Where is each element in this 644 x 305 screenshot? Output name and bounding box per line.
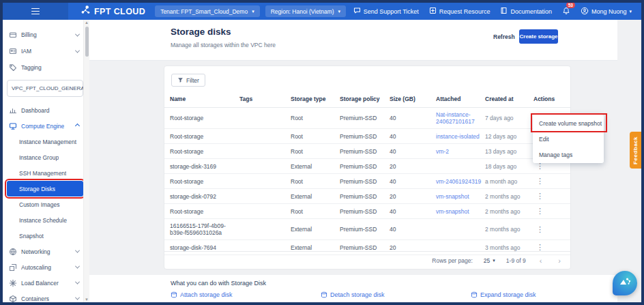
sidebar-item-ssh-management[interactable]: SSH Management xyxy=(7,165,83,181)
actions-cell: ⋮ xyxy=(533,189,570,204)
footer-link-label: Attach storage disk xyxy=(180,291,233,298)
chevron-down-icon xyxy=(75,48,80,53)
menu-item-edit[interactable]: Edit xyxy=(533,131,604,147)
sidebar-item-networking[interactable]: Networking xyxy=(7,244,83,259)
dashboard-icon xyxy=(9,106,17,115)
sidebar-item-dashboard[interactable]: Dashboard xyxy=(7,102,83,118)
sidebar-item-label: Dashboard xyxy=(21,107,50,114)
user-menu[interactable]: Mong Nuong ▾ xyxy=(581,7,632,16)
tags-cell xyxy=(239,219,291,240)
attached-instance-link[interactable]: Nat-instance-240627101617 xyxy=(436,111,475,125)
table-row: storage-disk-0792ExternalPremium-SSD20vm… xyxy=(164,189,570,204)
topbar-link-documentation[interactable]: Documentation xyxy=(500,7,552,16)
table-row: Root-storageRootPremium-SSD40vm-213 days… xyxy=(164,144,570,159)
table-row: Root-storageRootPremium-SSD40vm-24061924… xyxy=(164,174,570,189)
screen: FPT CLOUD Tenant: FPT_Smart_Cloud_Demo ▾… xyxy=(3,3,641,302)
iam-icon xyxy=(9,47,17,55)
filter-button[interactable]: Filter xyxy=(171,74,205,87)
pagination-bar: Rows per page: 25 ▾ 1-9 of 9 ‹ › xyxy=(164,251,570,269)
sidebar-item-instance-schedule[interactable]: Instance Schedule xyxy=(7,212,83,228)
sidebar-item-tagging[interactable]: Tagging xyxy=(7,59,83,76)
attached-instance-link[interactable]: vm-snapshot xyxy=(436,193,469,200)
sidebar-item-label: Snapshot xyxy=(19,233,44,239)
chevron-down-icon xyxy=(75,31,80,36)
attached-instance-link[interactable]: vm-24061924319 xyxy=(436,178,481,185)
sidebar-item-label: Networking xyxy=(21,248,50,255)
sidebar-item-iam[interactable]: IAM xyxy=(7,43,83,59)
support-ticket-icon xyxy=(353,7,361,16)
attached-instance-link[interactable]: vm-2 xyxy=(436,148,449,155)
hamburger-menu-button[interactable] xyxy=(3,3,68,20)
table-row: Root-storageRootPremium-SSD40instance-is… xyxy=(164,129,570,144)
sidebar-item-snapshot[interactable]: Snapshot xyxy=(7,228,83,244)
scroll-up-arrow-icon[interactable]: ▲ xyxy=(85,20,89,25)
sidebar-item-autoscaling[interactable]: Autoscaling xyxy=(7,259,83,275)
fpt-cloud-logo[interactable]: FPT CLOUD xyxy=(80,5,145,18)
storage-policy-cell: Premium-SSD xyxy=(340,189,390,204)
tags-cell xyxy=(239,174,291,189)
table-row: Root-storageRootPremium-SSD40Nat-instanc… xyxy=(164,108,570,129)
chevron-down-icon: ▾ xyxy=(629,9,632,14)
sidebar-item-custom-images[interactable]: Custom Images xyxy=(7,197,83,212)
compute-engine-icon xyxy=(9,122,17,130)
row-actions-kebab-button[interactable]: ⋮ xyxy=(533,177,546,185)
footer-link-attach-storage-disk[interactable]: Attach storage disk xyxy=(171,291,233,298)
scrollbar-thumb[interactable] xyxy=(85,27,89,57)
sidebar-item-billing[interactable]: Billing xyxy=(7,27,83,43)
attached-cell: vm-snapshot xyxy=(436,204,485,219)
rows-per-page-select[interactable]: 25 ▾ xyxy=(484,257,495,264)
sidebar-item-containers[interactable]: Containers xyxy=(7,291,83,302)
region-selector[interactable]: Region: Hanoi (Vietnam) ▾ xyxy=(265,5,346,17)
chevron-down-icon: ▾ xyxy=(493,258,495,263)
sidebar-item-instance-group[interactable]: Instance Group xyxy=(7,149,83,165)
table-row: storage-disk-3169ExternalPremium-SSD2018… xyxy=(164,159,570,174)
actions-cell: ⋮ xyxy=(533,174,570,189)
column-header-tags: Tags xyxy=(239,91,291,108)
attached-cell xyxy=(436,219,485,240)
attached-instance-link[interactable]: instance-isolated xyxy=(436,133,480,140)
footer-link-expand-storage-disk[interactable]: Expand storage disk xyxy=(471,291,536,298)
create-storage-button[interactable]: Create storage xyxy=(519,29,558,44)
table-header-row: NameTagsStorage typeStorage policySize (… xyxy=(164,91,570,108)
disk-name-cell: storage-disk-3169 xyxy=(164,159,239,174)
tenant-selector[interactable]: Tenant: FPT_Smart_Cloud_Demo ▾ xyxy=(155,5,260,17)
sidebar-item-label: SSH Management xyxy=(19,170,66,177)
scroll-down-arrow-icon[interactable]: ▼ xyxy=(85,297,89,302)
refresh-button[interactable]: Refresh xyxy=(493,33,515,40)
feedback-tab-label: Feedback xyxy=(632,136,639,164)
sidebar-item-compute-engine[interactable]: Compute Engine xyxy=(7,118,83,134)
footer-title: What you can do with Storage Disk xyxy=(171,280,266,287)
next-page-button[interactable]: › xyxy=(555,257,564,265)
sidebar-item-instance-management[interactable]: Instance Management xyxy=(7,134,83,149)
topbar-link-request-resource[interactable]: Request Resource xyxy=(429,7,491,16)
sidebar-item-storage-disks[interactable]: Storage Disks xyxy=(7,181,83,197)
row-actions-kebab-button[interactable]: ⋮ xyxy=(533,226,546,233)
attached-instance-link[interactable]: vm-snapshot xyxy=(436,208,469,215)
menu-item-create-volume-snapshot[interactable]: Create volume snapshot xyxy=(533,115,604,131)
sidebar-scrollbar[interactable]: ▲ ▼ xyxy=(83,20,89,302)
tagging-icon xyxy=(9,63,17,72)
expand-disk-icon xyxy=(471,291,478,298)
row-actions-kebab-button[interactable]: ⋮ xyxy=(533,244,546,251)
topbar-link-send-support-ticket[interactable]: Send Support Ticket xyxy=(353,7,419,16)
chevron-down-icon xyxy=(75,248,80,253)
row-actions-kebab-button[interactable]: ⋮ xyxy=(533,207,546,215)
menu-item-manage-tags[interactable]: Manage tags xyxy=(533,147,604,162)
feedback-tab[interactable]: Feedback xyxy=(630,132,641,169)
disk-name-cell: Root-storage xyxy=(164,174,239,189)
sidebar-item-label: Containers xyxy=(21,295,49,302)
row-actions-kebab-button[interactable]: ⋮ xyxy=(533,162,546,170)
notifications-button[interactable]: 53 xyxy=(562,5,570,18)
vpc-selector[interactable]: VPC_FPT_CLOUD_GENERAL ▾ xyxy=(7,80,83,97)
previous-page-button[interactable]: ‹ xyxy=(537,257,545,265)
size-cell: 40 xyxy=(390,144,436,159)
footer-link-detach-storage-disk[interactable]: Detach storage disk xyxy=(321,291,385,298)
disk-name-cell: 16166515-179f-4b09-b39e-f5596031026a xyxy=(164,219,239,240)
footer-link-label: Detach storage disk xyxy=(330,291,385,298)
chevron-down-icon: ▾ xyxy=(338,9,341,14)
created-at-cell: a month ago xyxy=(485,174,533,189)
ai-chat-bubble-button[interactable] xyxy=(613,271,637,295)
notification-count-badge: 53 xyxy=(566,2,575,9)
sidebar-item-load-balancer[interactable]: Load Balancer xyxy=(7,275,83,291)
row-actions-kebab-button[interactable]: ⋮ xyxy=(533,192,546,200)
